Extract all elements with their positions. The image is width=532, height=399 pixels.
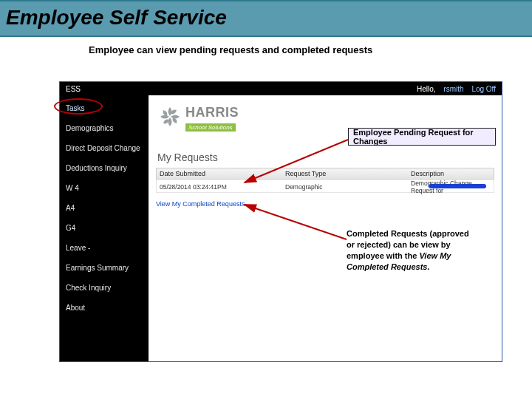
sidebar-item-demographics[interactable]: Demographics [60, 118, 149, 138]
section-title: My Requests [157, 151, 494, 163]
sidebar-item-label: W 4 [66, 184, 79, 192]
sidebar-item-label: Demographics [66, 124, 113, 132]
col-date: Date Submitted [160, 170, 285, 177]
sidebar-item-label: Tasks [66, 104, 85, 112]
app-header-right: Hello, rsmith Log Off [417, 85, 496, 93]
brand-logo-icon [159, 106, 181, 128]
view-completed-link[interactable]: View My Completed Requests [156, 200, 494, 208]
sidebar-item-earnings[interactable]: Earnings Summary [60, 258, 149, 278]
brand-name: HARRIS [185, 106, 239, 119]
sidebar-item-label: A4 [66, 204, 75, 212]
sidebar-item-label: About [66, 304, 85, 312]
app-name: ESS [66, 85, 81, 93]
table-row[interactable]: 05/28/2014 03:24:41PM Demographic Demogr… [156, 180, 494, 193]
sidebar: Tasks Demographics Direct Deposit Change… [60, 95, 149, 361]
svg-line-1 [245, 205, 347, 239]
annotation-pending-text: Employee Pending Request for Changes [353, 128, 491, 146]
sidebar-item-check-inquiry[interactable]: Check Inquiry [60, 278, 149, 298]
slide-subtitle: Employee can view pending requests and c… [89, 44, 532, 55]
sidebar-item-w4[interactable]: W 4 [60, 178, 149, 198]
sidebar-item-tasks[interactable]: Tasks [60, 98, 149, 118]
sidebar-item-deductions[interactable]: Deductions Inquiry [60, 158, 149, 178]
brand-subtitle: School Solutions [185, 123, 236, 132]
sidebar-item-label: Direct Deposit Change [66, 144, 140, 152]
sidebar-item-direct-deposit[interactable]: Direct Deposit Change [60, 138, 149, 158]
logoff-link[interactable]: Log Off [471, 85, 496, 93]
sidebar-item-label: Leave - [66, 244, 90, 252]
grid-header: Date Submitted Request Type Description [156, 168, 494, 180]
sidebar-item-about[interactable]: About [60, 298, 149, 318]
col-desc: Description [411, 170, 491, 177]
sidebar-item-label: Earnings Summary [66, 264, 129, 272]
cell-date: 05/28/2014 03:24:41PM [160, 183, 285, 191]
main-panel: HARRIS School Solutions Employee Pending… [149, 95, 502, 361]
annotation-pending-box: Employee Pending Request for Changes [348, 128, 496, 146]
sidebar-item-leave[interactable]: Leave - [60, 238, 149, 258]
sidebar-item-g4[interactable]: G4 [60, 218, 149, 238]
annotation-completed-text: Completed Requests (approved or rejected… [347, 228, 472, 272]
user-link[interactable]: rsmith [443, 85, 463, 93]
slide-title-bar: Employee Self Service [0, 0, 532, 37]
sidebar-item-a4[interactable]: A4 [60, 198, 149, 218]
app-header: ESS Hello, rsmith Log Off [60, 82, 502, 95]
slide-title: Employee Self Service [6, 6, 526, 30]
col-type: Request Type [285, 170, 411, 177]
ess-app-screenshot: ESS Hello, rsmith Log Off Tasks Demograp… [59, 81, 502, 362]
sidebar-item-label: Check Inquiry [66, 284, 111, 292]
sidebar-item-label: Deductions Inquiry [66, 164, 127, 172]
cell-type: Demographic [285, 183, 411, 191]
hello-label: Hello, [417, 85, 436, 93]
annotation-redaction-scribble [429, 184, 486, 188]
sidebar-item-label: G4 [66, 224, 75, 232]
